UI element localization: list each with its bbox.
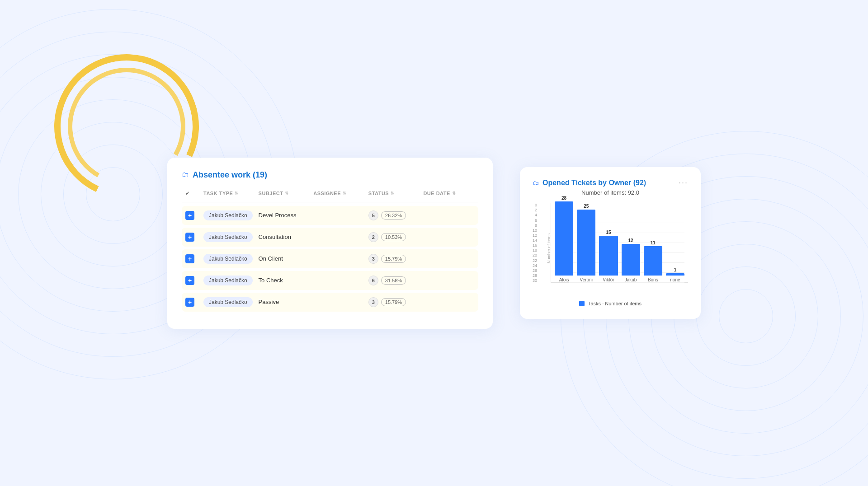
th-assignee[interactable]: ASSIGNEE ⇅ xyxy=(313,191,365,196)
row-status-group: 5 26.32% xyxy=(368,210,420,220)
main-layout: 🗂 Absentee work (19) ✓ TASK TYPE ⇅ SUBJE… xyxy=(0,0,868,486)
row-assignee: Jakub Sedlačko xyxy=(203,297,255,307)
table-header: ✓ TASK TYPE ⇅ SUBJECT ⇅ ASSIGNEE ⇅ STATU… xyxy=(182,191,478,202)
y-label: 2 xyxy=(535,208,537,212)
bar-group: 25 Veroni xyxy=(577,204,595,282)
assignee-tag: Jakub Sedlačko xyxy=(203,276,253,285)
y-label: 30 xyxy=(533,279,537,283)
table-row[interactable]: + Jakub Sedlačko To Check 6 31.58% xyxy=(182,271,478,290)
count-badge: 5 xyxy=(368,210,378,220)
count-badge: 2 xyxy=(368,232,378,242)
bar-value: 1 xyxy=(674,267,677,272)
y-label: 14 xyxy=(533,238,537,243)
th-subject[interactable]: SUBJECT ⇅ xyxy=(259,191,310,196)
bar xyxy=(644,246,662,276)
y-label: 24 xyxy=(533,264,537,268)
y-label: 26 xyxy=(533,269,537,273)
row-status-group: 6 31.58% xyxy=(368,276,420,285)
card-title: 🗂 Absentee work (19) xyxy=(182,170,478,180)
grid-line xyxy=(569,282,684,283)
row-assignee: Jakub Sedlačko xyxy=(203,254,255,264)
bars-area: 28 Alois 25 Veroni 15 Viktór 12 Jakub 11… xyxy=(551,203,688,283)
th-status[interactable]: STATUS ⇅ xyxy=(368,191,420,196)
pct-badge: 15.79% xyxy=(381,255,406,263)
table-row[interactable]: + Jakub Sedlačko Consultation 2 10.53% xyxy=(182,228,478,247)
bar xyxy=(666,273,684,276)
chart-icon: 🗂 xyxy=(533,179,539,187)
pct-badge: 10.53% xyxy=(381,233,406,241)
pct-badge: 15.79% xyxy=(381,298,406,306)
row-status-group: 2 10.53% xyxy=(368,232,420,242)
row-assignee: Jakub Sedlačko xyxy=(203,276,255,285)
row-expand-button[interactable]: + xyxy=(185,211,194,220)
row-assignee: Jakub Sedlačko xyxy=(203,232,255,242)
bar-value: 25 xyxy=(584,204,589,209)
bar-label: Viktór xyxy=(603,277,614,282)
bar-value: 12 xyxy=(628,238,633,243)
chart-subtitle: Number of items: 92.0 xyxy=(533,189,688,196)
row-status-group: 3 15.79% xyxy=(368,254,420,264)
bar-group: 28 Alois xyxy=(555,196,573,282)
y-label: 6 xyxy=(535,219,537,223)
bar-chart: Number of items 302826242220181614121086… xyxy=(533,203,688,294)
row-expand-button[interactable]: + xyxy=(185,298,194,307)
row-expand-button[interactable]: + xyxy=(185,254,194,263)
bar-label: none xyxy=(670,277,680,282)
row-expand-button[interactable]: + xyxy=(185,233,194,242)
bar-group: 15 Viktór xyxy=(599,230,618,282)
bar-label: Alois xyxy=(559,277,569,282)
assignee-tag: Jakub Sedlačko xyxy=(203,297,253,307)
bar-group: 11 Boris xyxy=(644,240,662,282)
y-label: 0 xyxy=(535,203,537,207)
sort-icon: ⇅ xyxy=(452,191,456,196)
assignee-tag: Jakub Sedlačko xyxy=(203,232,253,242)
chart-title-group: 🗂 Opened Tickets by Owner (92) xyxy=(533,179,646,187)
y-label: 8 xyxy=(535,224,537,228)
chart-legend: Tasks · Number of items xyxy=(533,301,688,306)
bar-label: Boris xyxy=(648,277,658,282)
assignee-tag: Jakub Sedlačko xyxy=(203,254,253,264)
bar-label: Veroni xyxy=(580,277,593,282)
bar xyxy=(599,236,618,276)
chart-menu-button[interactable]: ··· xyxy=(679,178,688,187)
th-tasktype[interactable]: TASK TYPE ⇅ xyxy=(203,191,255,196)
table-row[interactable]: + Jakub Sedlačko Passive 3 15.79% xyxy=(182,293,478,312)
legend-label: Tasks · Number of items xyxy=(588,301,642,306)
bar xyxy=(577,210,595,276)
bar-group: 12 Jakub xyxy=(622,238,640,282)
assignee-tag: Jakub Sedlačko xyxy=(203,210,253,220)
y-axis: 302826242220181614121086420 xyxy=(533,203,540,283)
count-badge: 3 xyxy=(368,297,378,307)
bar-value: 15 xyxy=(606,230,611,235)
y-label: 16 xyxy=(533,243,537,248)
chart-title: Opened Tickets by Owner (92) xyxy=(542,179,646,187)
chart-header: 🗂 Opened Tickets by Owner (92) ··· xyxy=(533,178,688,187)
row-subject: Consultation xyxy=(259,234,310,240)
bar-value: 11 xyxy=(651,240,656,245)
table-row[interactable]: + Jakub Sedlačko On Client 3 15.79% xyxy=(182,249,478,268)
y-label: 22 xyxy=(533,259,537,263)
th-duedate[interactable]: DUE DATE ⇅ xyxy=(423,191,475,196)
y-label: 10 xyxy=(533,229,537,233)
bar-value: 28 xyxy=(561,196,566,201)
table-row[interactable]: + Jakub Sedlačko Devel Process 5 26.32% xyxy=(182,206,478,225)
row-subject: To Check xyxy=(259,277,310,284)
bar xyxy=(622,244,640,276)
y-label: 18 xyxy=(533,248,537,252)
row-status-group: 3 15.79% xyxy=(368,297,420,307)
sort-icon: ⇅ xyxy=(235,191,239,196)
row-subject: Passive xyxy=(259,299,310,305)
row-expand-button[interactable]: + xyxy=(185,276,194,285)
count-badge: 6 xyxy=(368,276,378,285)
chart-card: 🗂 Opened Tickets by Owner (92) ··· Numbe… xyxy=(520,167,701,319)
table-body: + Jakub Sedlačko Devel Process 5 26.32% … xyxy=(182,206,478,312)
th-check: ✓ xyxy=(185,191,200,196)
bar xyxy=(555,201,573,276)
table-title: Absentee work (19) xyxy=(193,170,267,180)
bar-group: 1 none xyxy=(666,267,684,282)
pct-badge: 31.58% xyxy=(381,276,406,285)
grid-line xyxy=(569,203,684,203)
table-icon: 🗂 xyxy=(182,171,189,179)
row-subject: Devel Process xyxy=(259,212,310,219)
y-label: 20 xyxy=(533,253,537,257)
